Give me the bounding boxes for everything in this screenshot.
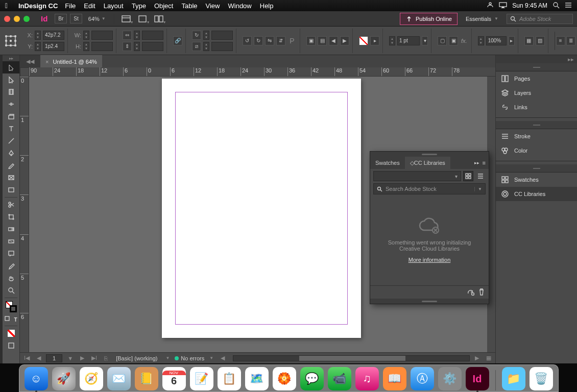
menu-edit[interactable]: Edit: [84, 2, 95, 10]
next-page-icon[interactable]: ▶: [78, 355, 86, 361]
panel-group-handle[interactable]: [496, 63, 577, 71]
spotlight-icon[interactable]: [552, 2, 560, 10]
view-modes-icon[interactable]: [3, 339, 19, 352]
collapse-panels-icon[interactable]: ▸▸: [496, 55, 577, 63]
rectangle-tool[interactable]: [3, 184, 19, 196]
cc-libraries-panel-button[interactable]: CC Libraries: [496, 187, 577, 201]
flip-v-icon[interactable]: ⇵: [276, 36, 285, 45]
menu-view[interactable]: View: [206, 2, 220, 10]
formatting-container-icon[interactable]: T: [3, 314, 19, 325]
menu-extras-icon[interactable]: [565, 2, 572, 10]
stroke-weight-dd[interactable]: ▾: [422, 36, 428, 45]
last-page-icon[interactable]: ▶I: [89, 355, 99, 361]
x-input[interactable]: [43, 31, 64, 40]
scalex-input[interactable]: [142, 31, 163, 40]
free-transform-tool[interactable]: [3, 211, 19, 223]
dock-preferences[interactable]: ⚙️: [438, 367, 462, 390]
publish-online-button[interactable]: Publish Online: [400, 13, 458, 25]
dock-safari[interactable]: 🧭: [80, 367, 103, 390]
apply-color-icon[interactable]: [3, 327, 19, 339]
grid-view-icon[interactable]: [463, 171, 473, 181]
rotate-cw-icon[interactable]: ↻: [254, 36, 263, 45]
dock-ibooks[interactable]: 📖: [383, 367, 406, 390]
scaley-input[interactable]: [142, 42, 163, 51]
menu-table[interactable]: Table: [181, 2, 197, 10]
dock-mail[interactable]: ✉️: [107, 367, 131, 390]
open-icon[interactable]: ⎘: [102, 355, 110, 361]
w-input[interactable]: [91, 31, 113, 40]
arrange-docs-icon[interactable]: ▼: [152, 13, 165, 24]
mini-view-icon[interactable]: ▦: [484, 355, 493, 361]
align-panel-icon[interactable]: ≡: [556, 36, 565, 45]
rotate-ccw-icon[interactable]: ↺: [243, 36, 252, 45]
panel-group-handle-3[interactable]: [496, 164, 577, 173]
dock-photos[interactable]: 🏵️: [273, 367, 296, 390]
rotate-input[interactable]: [211, 31, 233, 40]
app-name[interactable]: InDesign CC: [18, 2, 58, 10]
screen-mode-icon[interactable]: ▼: [136, 13, 149, 24]
selection-tool[interactable]: [3, 61, 19, 74]
opacity-dd-icon[interactable]: ▸: [509, 36, 515, 45]
menu-help[interactable]: Help: [260, 2, 274, 10]
page-number-input[interactable]: 1: [46, 354, 62, 362]
pen-tool[interactable]: [3, 147, 19, 159]
scale-y-icon[interactable]: ⇕: [123, 42, 132, 51]
reference-point-icon[interactable]: [5, 35, 16, 46]
dock-reminders[interactable]: 📋: [218, 367, 241, 390]
dock-notes[interactable]: 📝: [190, 367, 213, 390]
eyedropper-tool[interactable]: [3, 260, 19, 272]
view-options-icon[interactable]: ▼: [119, 13, 133, 24]
type-tool[interactable]: [3, 122, 19, 135]
scissors-tool[interactable]: [3, 199, 19, 211]
gradient-feather-tool[interactable]: [3, 235, 19, 248]
select-container-icon[interactable]: ▣: [306, 36, 316, 45]
tab-scroll-left-icon[interactable]: ◀◀: [20, 55, 40, 67]
cc-libraries-panel[interactable]: Swatches ◇ CC Libraries ▸▸ ≡ ▾ Search Ad…: [370, 151, 489, 304]
zoom-level-dropdown[interactable]: 64%▼: [85, 16, 109, 22]
close-button[interactable]: [4, 16, 10, 22]
preflight-profile[interactable]: [Basic] (working): [113, 355, 160, 361]
page[interactable]: [162, 79, 361, 338]
layers-panel-button[interactable]: Layers: [496, 86, 577, 100]
shear-icon[interactable]: ⧄: [192, 42, 201, 51]
color-panel-button[interactable]: Color: [496, 143, 577, 158]
apple-menu-icon[interactable]: : [5, 2, 12, 10]
shear-input[interactable]: [211, 42, 233, 51]
gap-tool[interactable]: [3, 98, 19, 110]
line-tool[interactable]: [3, 135, 19, 147]
scale-x-icon[interactable]: ⇔: [123, 31, 132, 40]
menu-file[interactable]: File: [65, 2, 76, 10]
select-prev-icon[interactable]: ◀: [329, 36, 338, 45]
dock-facetime[interactable]: 📹: [328, 367, 351, 390]
dock-calendar[interactable]: NOV6: [162, 367, 186, 390]
clock[interactable]: Sun 9:45 AM: [512, 2, 547, 9]
rotate-icon[interactable]: ↻: [192, 31, 201, 40]
document-tab[interactable]: × Untitled-1 @ 64%: [40, 55, 102, 67]
dock-maps[interactable]: 🗺️: [245, 367, 269, 390]
swatches-panel-button[interactable]: Swatches: [496, 173, 577, 187]
dock-trash[interactable]: 🗑️: [530, 367, 553, 390]
panel-drag-handle[interactable]: [370, 152, 489, 157]
fast-user-icon[interactable]: [487, 2, 494, 10]
opacity-input[interactable]: [486, 36, 507, 45]
drop-shadow-icon[interactable]: ▦: [524, 36, 534, 45]
ruler-origin[interactable]: [20, 67, 29, 77]
zoom-tool[interactable]: [3, 284, 19, 297]
panel-menu-icon[interactable]: ≡: [483, 160, 486, 166]
airplay-icon[interactable]: [499, 2, 507, 10]
dock-finder[interactable]: ☺: [25, 367, 48, 390]
menu-layout[interactable]: Layout: [104, 2, 124, 10]
h-input[interactable]: [91, 42, 113, 51]
stroke-panel-button[interactable]: Stroke: [496, 129, 577, 143]
dock-appstore[interactable]: Ⓐ: [411, 367, 434, 390]
cc-sync-icon[interactable]: [466, 288, 474, 297]
direct-selection-tool[interactable]: [3, 74, 19, 86]
y-input[interactable]: [43, 42, 64, 51]
list-view-icon[interactable]: [475, 171, 486, 181]
fill-dd-icon[interactable]: ▸: [370, 36, 379, 45]
workspace-switcher[interactable]: Essentials▼: [461, 16, 503, 22]
flip-h-icon[interactable]: ⇋: [265, 36, 274, 45]
links-panel-button[interactable]: Links: [496, 100, 577, 114]
hscroll-left-icon[interactable]: ◀: [219, 355, 227, 361]
menu-type[interactable]: Type: [132, 2, 146, 10]
